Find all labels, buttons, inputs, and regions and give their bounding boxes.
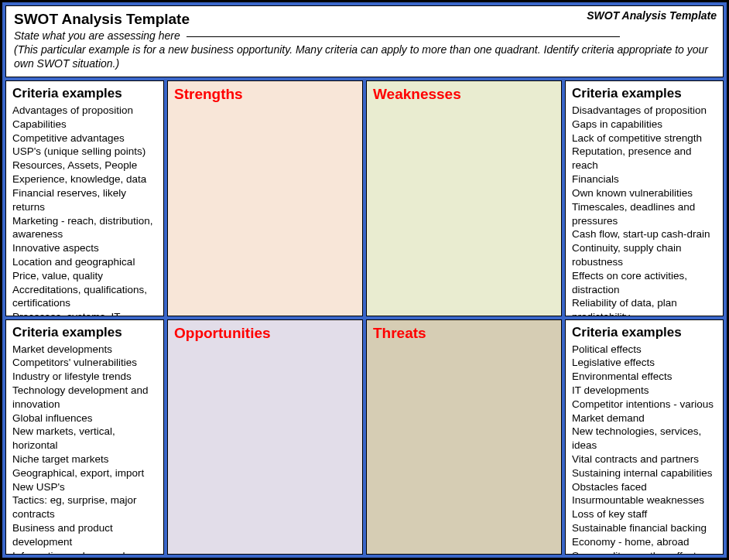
list-item: Insurmountable weaknesses	[572, 493, 717, 507]
list-item: Own known vulnerabilities	[572, 186, 717, 200]
list-item: Environmental effects	[572, 370, 717, 384]
list-item: Sustaining internal capabilities	[572, 466, 717, 480]
list-item: Innovative aspects	[12, 241, 157, 255]
list-item: Obstacles faced	[572, 480, 717, 494]
list-item: Tactics: eg, surprise, major contracts	[12, 493, 157, 521]
header-note: (This particular example is for a new bu…	[14, 43, 715, 70]
list-item: Global influences	[12, 411, 157, 425]
list-item: Legislative effects	[572, 356, 717, 370]
list-item: Marketing - reach, distribution, awarene…	[12, 214, 157, 242]
list-item: Vital contracts and partners	[572, 452, 717, 466]
list-item: Effects on core activities, distraction	[572, 269, 717, 297]
list-item: Gaps in capabilities	[572, 118, 717, 131]
assessing-prompt: State what you are assessing here	[14, 29, 715, 42]
list-item: Reliability of data, plan predictability	[572, 296, 717, 316]
criteria-strengths-list: Advantages of propositionCapabilitiesCom…	[12, 104, 157, 316]
list-item: USP's (unique selling points)	[12, 145, 157, 159]
list-item: Accreditations, qualifications, certific…	[12, 283, 157, 311]
assessing-prompt-text: State what you are assessing here	[14, 29, 180, 42]
list-item: New markets, vertical, horizontal	[12, 425, 157, 452]
criteria-title: Criteria examples	[12, 86, 157, 101]
criteria-strengths-cell: Criteria examples Advantages of proposit…	[5, 80, 164, 316]
criteria-weaknesses-list: Disadvantages of propositionGaps in capa…	[572, 104, 717, 316]
assessing-input-line[interactable]	[187, 36, 620, 37]
list-item: Economy - home, abroad	[572, 535, 717, 549]
list-item: Resources, Assets, People	[12, 159, 157, 172]
list-item: Processes, systems, IT, communications	[12, 310, 157, 316]
list-item: Financial reserves, likely returns	[12, 186, 157, 214]
list-item: Market developments	[12, 343, 157, 357]
list-item: Disadvantages of proposition	[572, 104, 717, 118]
quadrant-weaknesses[interactable]: Weaknesses	[366, 80, 562, 316]
criteria-opportunities-cell: Criteria examples Market developmentsCom…	[5, 319, 164, 555]
quadrant-threats-label: Threats	[373, 325, 555, 342]
list-item: Seasonality, weather effects	[572, 549, 717, 555]
criteria-threats-cell: Criteria examples Political effectsLegis…	[565, 319, 724, 555]
quadrant-strengths[interactable]: Strengths	[167, 80, 363, 316]
quadrant-strengths-label: Strengths	[174, 86, 356, 103]
list-item: Competitive advantages	[12, 131, 157, 145]
list-item: Market demand	[572, 411, 717, 425]
list-item: Loss of key staff	[572, 507, 717, 521]
list-item: Location and geographical	[12, 255, 157, 269]
list-item: Reputation, presence and reach	[572, 145, 717, 172]
criteria-title: Criteria examples	[572, 325, 717, 340]
list-item: Financials	[572, 172, 717, 186]
list-item: Price, value, quality	[12, 269, 157, 283]
list-item: Geographical, export, import	[12, 466, 157, 480]
criteria-weaknesses-cell: Criteria examples Disadvantages of propo…	[565, 80, 724, 316]
list-item: Competitor intentions - various	[572, 398, 717, 411]
criteria-threats-list: Political effectsLegislative effectsEnvi…	[572, 343, 717, 555]
list-item: Experience, knowledge, data	[12, 172, 157, 186]
quadrant-weaknesses-label: Weaknesses	[373, 86, 555, 103]
list-item: Industry or lifestyle trends	[12, 370, 157, 384]
list-item: Competitors' vulnerabilities	[12, 356, 157, 370]
header-badge: SWOT Analysis Template	[587, 9, 717, 22]
swot-frame: SWOT Analysis Template SWOT Analysis Tem…	[0, 0, 729, 560]
list-item: IT developments	[572, 384, 717, 398]
criteria-opportunities-list: Market developmentsCompetitors' vulnerab…	[12, 343, 157, 555]
criteria-title: Criteria examples	[12, 325, 157, 340]
header-panel: SWOT Analysis Template SWOT Analysis Tem…	[5, 5, 724, 77]
list-item: Business and product development	[12, 521, 157, 549]
list-item: Advantages of proposition	[12, 104, 157, 118]
list-item: Capabilities	[12, 118, 157, 131]
list-item: Timescales, deadlines and pressures	[572, 200, 717, 228]
list-item: Sustainable financial backing	[572, 521, 717, 535]
list-item: Niche target markets	[12, 452, 157, 466]
list-item: Technology development and innovation	[12, 384, 157, 411]
criteria-title: Criteria examples	[572, 86, 717, 101]
list-item: Political effects	[572, 343, 717, 357]
quadrant-threats[interactable]: Threats	[366, 319, 562, 555]
list-item: Continuity, supply chain robustness	[572, 241, 717, 269]
list-item: New USP's	[12, 480, 157, 494]
list-item: New technologies, services, ideas	[572, 425, 717, 452]
list-item: Cash flow, start-up cash-drain	[572, 227, 717, 241]
list-item: Information and research	[12, 549, 157, 555]
quadrant-opportunities-label: Opportunities	[174, 325, 356, 342]
quadrant-opportunities[interactable]: Opportunities	[167, 319, 363, 555]
list-item: Lack of competitive strength	[572, 131, 717, 145]
swot-grid: Criteria examples Advantages of proposit…	[5, 80, 724, 555]
